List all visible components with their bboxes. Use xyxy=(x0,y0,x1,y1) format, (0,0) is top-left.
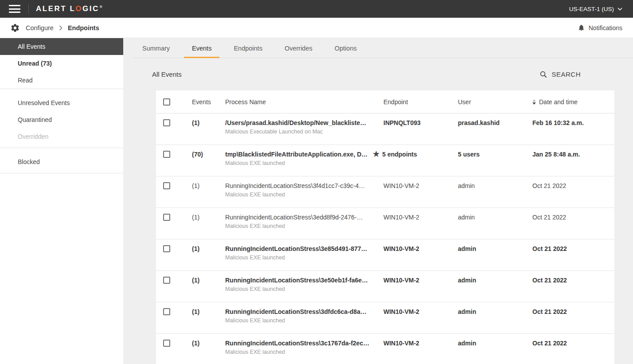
process-name: RunningIncidentLocationStress\3c1767da-f… xyxy=(225,340,379,347)
event-count: (70) xyxy=(192,151,225,158)
breadcrumb-bar: Configure Endpoints Notifications xyxy=(0,18,633,38)
topbar-divider xyxy=(28,4,29,14)
table-row[interactable]: (1) RunningIncidentLocationStress\3e50eb… xyxy=(156,271,614,302)
row-checkbox[interactable] xyxy=(163,182,170,189)
tab-events[interactable]: Events xyxy=(184,38,219,58)
endpoint-name: 5 endpoints xyxy=(382,151,417,158)
event-count: (1) xyxy=(192,245,225,252)
search-icon xyxy=(539,70,547,78)
endpoint-name: WIN10-VM-2 xyxy=(383,340,419,347)
table-row[interactable]: (70) tmp\BlacklistedFileAttributeApplica… xyxy=(156,145,614,176)
alert-logic-logo: ALERT LOGIC® xyxy=(36,4,102,13)
breadcrumb-endpoints: Endpoints xyxy=(68,24,99,31)
event-count: (1) xyxy=(192,214,225,221)
sidebar: All Events Unread (73) Read Unresolved E… xyxy=(0,38,123,364)
event-count: (1) xyxy=(192,277,225,284)
tab-summary[interactable]: Summary xyxy=(134,38,178,58)
endpoint-name: INPNQLT093 xyxy=(383,119,421,126)
sidebar-item-quarantined[interactable]: Quarantined xyxy=(0,111,123,128)
process-name: /Users/prasad.kashid/Desktop/New_blackli… xyxy=(225,119,379,126)
tab-endpoints[interactable]: Endpoints xyxy=(226,38,270,58)
event-count: (1) xyxy=(192,119,225,126)
row-checkbox[interactable] xyxy=(163,340,170,347)
row-checkbox[interactable] xyxy=(163,214,170,221)
region-label: US-EAST-1 (US) xyxy=(569,6,614,12)
event-date: Oct 21 2022 xyxy=(532,308,567,333)
event-date: Jan 25 8:48 a.m. xyxy=(532,151,580,176)
table-row[interactable]: (1) RunningIncidentLocationStress\3e85d4… xyxy=(156,239,614,271)
event-date: Oct 21 2022 xyxy=(532,245,567,270)
region-selector[interactable]: US-EAST-1 (US) xyxy=(569,6,622,12)
sort-icon[interactable] xyxy=(532,99,536,105)
sidebar-item-read[interactable]: Read xyxy=(0,72,123,89)
column-header-user[interactable]: User xyxy=(453,98,529,106)
event-description: Malicious EXE launched xyxy=(225,286,379,292)
gear-icon[interactable] xyxy=(10,23,20,33)
row-checkbox[interactable] xyxy=(163,151,170,158)
event-description: Malicious EXE launched xyxy=(225,349,379,355)
column-header-endpoint[interactable]: Endpoint xyxy=(379,98,453,106)
user-name: admin xyxy=(458,214,529,221)
endpoint-name: WIN10-VM-2 xyxy=(383,308,419,315)
sidebar-item-overridden: Overridden xyxy=(0,128,123,145)
event-date: Feb 16 10:32 a.m. xyxy=(532,119,584,145)
column-header-events[interactable]: Events xyxy=(192,98,225,106)
registered-mark: ® xyxy=(100,5,102,9)
breadcrumb-configure[interactable]: Configure xyxy=(26,24,54,31)
event-date: Oct 21 2022 xyxy=(532,214,566,239)
event-description: Malicious EXE launched xyxy=(225,254,379,261)
row-checkbox[interactable] xyxy=(163,245,170,252)
event-date: Oct 21 2022 xyxy=(532,340,567,364)
table-row[interactable]: (1) RunningIncidentLocationStress\3dfdc6… xyxy=(156,302,614,334)
table-row[interactable]: (1) RunningIncidentLocationStress\3edd8f… xyxy=(156,208,614,239)
select-all-checkbox[interactable] xyxy=(163,98,170,106)
event-count: (1) xyxy=(192,340,225,347)
table-body: (1) /Users/prasad.kashid/Desktop/New_bla… xyxy=(156,114,614,364)
column-header-process-name[interactable]: Process Name xyxy=(225,98,379,106)
table-row[interactable]: (1) RunningIncidentLocationStress\3c1767… xyxy=(156,334,614,364)
row-checkbox[interactable] xyxy=(163,277,170,284)
user-name: 5 users xyxy=(458,151,529,158)
process-name: RunningIncidentLocationStress\3dfdc6ca-d… xyxy=(225,308,379,315)
search-button[interactable]: SEARCH xyxy=(539,70,581,78)
sidebar-item-unread[interactable]: Unread (73) xyxy=(0,55,123,72)
endpoint-name: WIN10-VM-2 xyxy=(383,277,419,284)
list-title: All Events xyxy=(152,70,182,78)
table-row[interactable]: (1) RunningIncidentLocationStress\3f4d1c… xyxy=(156,176,614,208)
event-description: Malicious EXE launched xyxy=(225,317,379,324)
chevron-down-icon xyxy=(617,8,622,11)
table-header: Events Process Name Endpoint User Date a… xyxy=(156,90,614,114)
sidebar-item-blocked[interactable]: Blocked xyxy=(0,153,123,170)
row-checkbox[interactable] xyxy=(163,119,170,126)
tab-bar: Summary Events Endpoints Overrides Optio… xyxy=(123,38,633,58)
column-header-date[interactable]: Date and time xyxy=(529,98,614,106)
sidebar-item-all-events[interactable]: All Events xyxy=(0,38,123,55)
process-name: RunningIncidentLocationStress\3e50eb1f-f… xyxy=(225,277,379,284)
event-description: Malicious EXE launched xyxy=(225,223,379,229)
user-name: admin xyxy=(458,182,529,189)
event-date: Oct 21 2022 xyxy=(532,277,567,302)
star-icon: ★ xyxy=(373,150,379,158)
notifications-label: Notifications xyxy=(589,24,622,31)
user-name: admin xyxy=(458,308,529,315)
bell-icon xyxy=(578,23,585,32)
user-name: admin xyxy=(458,277,529,284)
process-name: RunningIncidentLocationStress\3f4d1cc7-c… xyxy=(225,182,379,189)
event-date: Oct 21 2022 xyxy=(532,182,566,207)
event-description: Malicious EXE launched xyxy=(225,160,379,166)
table-row[interactable]: (1) /Users/prasad.kashid/Desktop/New_bla… xyxy=(156,114,614,145)
tab-options[interactable]: Options xyxy=(327,38,365,58)
event-description: Malicious EXE launched xyxy=(225,192,379,198)
event-count: (1) xyxy=(192,308,225,315)
menu-hamburger-icon[interactable] xyxy=(9,5,20,13)
logo-orange-o: O xyxy=(75,4,82,13)
list-toolbar: All Events SEARCH xyxy=(123,58,633,90)
user-name: admin xyxy=(458,340,529,347)
row-checkbox[interactable] xyxy=(163,308,170,315)
event-description: Malicious Executable Launched on Mac xyxy=(225,129,379,135)
tab-overrides[interactable]: Overrides xyxy=(277,38,320,58)
content-area: Summary Events Endpoints Overrides Optio… xyxy=(123,38,633,364)
top-bar: ALERT LOGIC® US-EAST-1 (US) xyxy=(0,0,633,18)
notifications-button[interactable]: Notifications xyxy=(578,23,622,32)
sidebar-item-unresolved-events[interactable]: Unresolved Events xyxy=(0,94,123,111)
